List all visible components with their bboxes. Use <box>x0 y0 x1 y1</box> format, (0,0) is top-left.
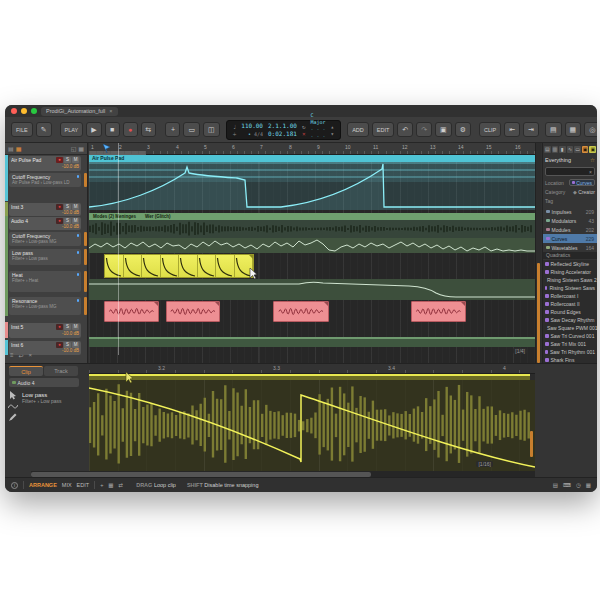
clip-launcher-button[interactable]: CLIP <box>479 122 501 137</box>
track-name[interactable]: Audio 4 <box>11 218 56 224</box>
filter-location[interactable]: Location Curves <box>545 178 595 187</box>
clip-label[interactable]: Wer (Glitch) <box>145 213 170 220</box>
automation-lane-header-cutoff-1[interactable]: Cutoff Frequency Air Pulse Pad › Low-pas… <box>9 173 81 187</box>
editor-target-button[interactable]: Audio 4 <box>9 378 79 387</box>
automation-active-dot[interactable] <box>77 299 80 302</box>
key-display[interactable]: C Major <box>311 112 326 126</box>
clip-row-audio-4[interactable]: Modes (2) Meninges Wer (Glitch) <box>89 213 535 220</box>
track-header-inst-3[interactable]: Inst 3 ● S M -10.0 dB <box>9 203 81 216</box>
track-level[interactable]: -10.0 dB <box>56 210 79 216</box>
list-item[interactable]: Saw Tri Mix 001 <box>543 340 597 348</box>
pink-automation-clip[interactable] <box>273 301 329 322</box>
automation-active-dot[interactable] <box>77 251 80 254</box>
playhead-flag[interactable] <box>103 144 111 154</box>
lane-value-slider[interactable] <box>84 297 87 315</box>
automation-editor-canvas[interactable]: 3.2 3.3 3.4 4 [1/16] <box>89 364 535 478</box>
panel-left-toggle-icon[interactable]: + <box>165 122 180 137</box>
category-curves[interactable]: Curves 229 <box>543 234 597 243</box>
list-item[interactable]: Reflected Skyline <box>543 260 597 268</box>
play-time[interactable]: 0:02.181 <box>268 130 297 138</box>
filter-category[interactable]: Category ◆ Creator <box>545 187 595 196</box>
loop-icon[interactable]: ↻ <box>302 123 306 130</box>
browser-samples-icon[interactable]: ▣ <box>582 146 589 153</box>
help-icon[interactable]: ◎ <box>584 122 597 137</box>
clock-icon[interactable]: ◷ <box>576 482 581 488</box>
lane-value-slider[interactable] <box>84 271 87 292</box>
automation-lane-header-cutoff-2[interactable]: Cutoff Frequency Filter+ › Low-pass MG <box>9 232 81 246</box>
category-modulators[interactable]: Modulators 43 <box>543 216 597 225</box>
panel-bottom-toggle-icon[interactable]: ▭ <box>183 122 200 137</box>
dual-display-icon[interactable]: ▦ <box>565 122 582 137</box>
play-icon[interactable]: ▶ <box>86 122 101 137</box>
list-item[interactable]: Saw Square PWM 001 <box>543 324 597 332</box>
automation-mode-icon[interactable]: ▦ <box>16 145 22 152</box>
editor-value-slider[interactable] <box>530 431 533 457</box>
record-icon[interactable]: ● <box>123 122 138 137</box>
automation-lane-header-resonance[interactable]: Resonance Filter+ › Low-pass MG <box>9 297 81 315</box>
playhead-line[interactable] <box>118 143 119 355</box>
track-name[interactable]: Inst 5 <box>11 324 56 331</box>
lane-value-slider[interactable] <box>84 232 87 246</box>
add-button[interactable]: ADD <box>347 122 369 137</box>
list-item[interactable]: Rollercoast II <box>543 300 597 308</box>
list-item[interactable]: Saw Tri Curved 001 <box>543 332 597 340</box>
low-pass-automation-curve[interactable] <box>89 380 535 471</box>
record-arm-button[interactable]: ● <box>56 324 63 330</box>
track-list-icon[interactable]: ▤ <box>8 145 14 152</box>
track-header-inst-5[interactable]: Inst 5 ● S M -10.0 dB <box>9 323 81 338</box>
edit-button[interactable]: EDIT <box>372 122 395 137</box>
editor-zoom-badge[interactable]: [1/16] <box>476 461 493 467</box>
keyboard-icon[interactable]: ⌨ <box>563 482 571 488</box>
category-impulses[interactable]: Impulses 209 <box>543 207 597 216</box>
lane-value-slider[interactable] <box>84 249 87 265</box>
automation-active-dot[interactable] <box>77 175 80 178</box>
spinner-up-icon[interactable]: ▴ <box>331 123 335 130</box>
stop-icon[interactable]: ■ <box>105 122 120 137</box>
browser-presets-icon[interactable]: ▣ <box>589 146 596 153</box>
browser-list-icon[interactable]: ▤ <box>544 146 551 153</box>
clip-air-pulse-pad[interactable]: Air Pulse Pad <box>89 155 535 162</box>
audio-waveform-region[interactable] <box>89 220 535 238</box>
layout-icon[interactable]: ▤ <box>553 482 558 488</box>
list-item[interactable]: Rising Sixteen Saws 2 <box>543 276 597 284</box>
pencil-tool-icon[interactable]: ✎ <box>36 122 52 137</box>
automation-lane-header-low-pass[interactable]: Low pass Filter+ › Low pass <box>9 249 81 265</box>
snap-icon[interactable]: + <box>100 482 103 488</box>
solo-button[interactable]: S <box>64 157 71 163</box>
play-mode-button[interactable]: PLAY <box>60 122 84 137</box>
jagged-automation-curve[interactable] <box>89 238 535 253</box>
punch-icon[interactable]: × <box>302 130 306 137</box>
vscroll-thumb[interactable] <box>537 263 540 363</box>
pointer-tool-icon[interactable] <box>9 391 17 400</box>
automation-active-dot[interactable] <box>77 234 80 237</box>
time-signature[interactable]: 4/4 <box>254 131 263 137</box>
arranger-zoom-badge[interactable]: [1/4] <box>513 348 527 354</box>
track-level[interactable]: -10.0 dB <box>56 331 79 338</box>
grid-view-icon[interactable]: ▦ <box>78 145 84 152</box>
undo-icon[interactable]: ↶ <box>397 122 413 137</box>
minimize-window-button[interactable] <box>21 108 27 114</box>
mode-arrange[interactable]: ARRANGE <box>29 482 57 488</box>
export-icon[interactable]: ⇤ <box>504 122 520 137</box>
list-item[interactable]: Rollercoast I <box>543 292 597 300</box>
record-arm-button[interactable]: ● <box>56 157 63 163</box>
tab-clip[interactable]: Clip <box>9 366 43 376</box>
pink-automation-clip[interactable] <box>166 301 220 322</box>
category-wavetables[interactable]: Wavetables 164 <box>543 243 597 252</box>
follow-playback-icon[interactable]: ⇆ <box>141 122 157 137</box>
track-header-audio-4[interactable]: Audio 4 ● S M -10.0 dB <box>9 217 81 230</box>
smooth-automation-curve[interactable] <box>89 279 535 300</box>
import-icon[interactable]: ⇥ <box>523 122 539 137</box>
cutoff-automation-curve[interactable] <box>89 162 535 210</box>
return-icon[interactable]: ↩ <box>19 352 24 359</box>
browser-curve-icon[interactable]: ∿ <box>567 146 574 153</box>
transport-display[interactable]: ♩ ÷ 110.00 • 4/4 2.1.1.00 0:02.181 ↻ × C… <box>226 120 342 140</box>
delete-icon[interactable]: × <box>29 352 33 359</box>
display-profile-icon[interactable]: ▤ <box>545 122 562 137</box>
list-item[interactable]: Round Edges <box>543 308 597 316</box>
editor-body[interactable]: [1/16] <box>89 380 535 471</box>
browser-column-icon[interactable]: ▮ <box>559 146 566 153</box>
clip-label[interactable]: Modes (2) Meninges <box>93 213 136 220</box>
tempo-value[interactable]: 110.00 <box>241 122 263 130</box>
track-name[interactable]: Inst 6 <box>11 342 56 348</box>
